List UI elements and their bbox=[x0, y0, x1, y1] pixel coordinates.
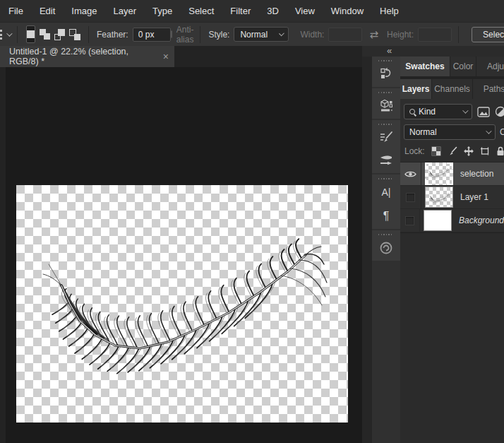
height-input[interactable] bbox=[418, 28, 452, 42]
canvas[interactable] bbox=[16, 185, 348, 423]
divider bbox=[17, 26, 18, 43]
dock-header: « bbox=[362, 46, 504, 57]
cc-libraries-button[interactable] bbox=[372, 230, 400, 261]
layer-thumbnail[interactable] bbox=[425, 163, 453, 185]
add-to-selection-button[interactable] bbox=[40, 25, 50, 43]
panels: Swatches Color Adjus Layers Channels Pat… bbox=[400, 57, 504, 443]
collapsed-panel-strip: A| ¶ bbox=[372, 57, 400, 443]
tab-paths[interactable]: Paths bbox=[473, 79, 504, 99]
swap-dimensions-icon[interactable]: ⇄ bbox=[369, 28, 378, 41]
add-selection-icon bbox=[40, 29, 50, 40]
visibility-toggle[interactable] bbox=[400, 163, 421, 185]
tab-swatches[interactable]: Swatches bbox=[400, 57, 450, 76]
lock-artboard-icon[interactable] bbox=[480, 146, 490, 156]
close-icon[interactable]: × bbox=[163, 52, 169, 61]
kind-value: Kind bbox=[419, 107, 436, 117]
width-label: Width: bbox=[300, 30, 324, 40]
layer-row-selection[interactable]: selection bbox=[400, 163, 504, 186]
tab-adjustments[interactable]: Adjus bbox=[476, 57, 504, 76]
width-input[interactable] bbox=[328, 28, 362, 42]
dock-gutter bbox=[362, 57, 372, 443]
visibility-toggle[interactable] bbox=[400, 209, 420, 232]
layer-name[interactable]: selection bbox=[460, 169, 493, 179]
style-select[interactable]: Normal bbox=[234, 27, 289, 42]
menu-filter[interactable]: Filter bbox=[229, 4, 252, 18]
paragraph-panel-icon: ¶ bbox=[378, 208, 394, 224]
document-window[interactable] bbox=[0, 67, 362, 443]
layer-filter-kind-select[interactable]: Kind bbox=[404, 104, 472, 119]
divider bbox=[88, 26, 89, 43]
feather-label: Feather: bbox=[97, 30, 128, 40]
grip-dots bbox=[378, 124, 394, 125]
brush-settings-icon bbox=[378, 130, 394, 146]
filter-adjustment-layers-icon[interactable] bbox=[495, 105, 504, 118]
history-panel-button[interactable] bbox=[372, 57, 400, 87]
style-label: Style: bbox=[208, 30, 229, 40]
grip-dots bbox=[378, 178, 394, 179]
3d-cube-icon bbox=[378, 98, 394, 114]
creative-cloud-icon bbox=[378, 240, 394, 256]
lock-label: Lock: bbox=[404, 146, 425, 156]
select-and-mask-button[interactable]: Select bbox=[472, 27, 504, 42]
feather-input[interactable] bbox=[133, 28, 171, 42]
collapse-panels-icon[interactable]: « bbox=[387, 45, 392, 56]
tool-preset-icon bbox=[0, 30, 2, 40]
chevron-down-icon bbox=[279, 30, 284, 36]
grip-dots bbox=[378, 60, 394, 61]
lock-all-icon[interactable] bbox=[496, 146, 504, 156]
menu-view[interactable]: View bbox=[294, 4, 316, 18]
subtract-from-selection-button[interactable] bbox=[54, 25, 65, 43]
search-icon bbox=[409, 109, 415, 114]
layer-row-layer1[interactable]: Layer 1 bbox=[400, 186, 504, 209]
layer-name[interactable]: Layer 1 bbox=[460, 192, 488, 202]
layer-row-background[interactable]: Background bbox=[400, 209, 504, 232]
menu-image[interactable]: Image bbox=[70, 4, 98, 18]
document-tab-title: Untitled-1 @ 22.2% (selection, RGB/8) * bbox=[9, 47, 157, 66]
divider bbox=[200, 26, 200, 43]
blend-mode-select[interactable]: Normal bbox=[404, 124, 496, 140]
height-label: Height: bbox=[387, 30, 414, 40]
window-edge bbox=[0, 67, 6, 443]
layer-thumbnail[interactable] bbox=[425, 187, 453, 208]
subtract-selection-icon bbox=[54, 29, 65, 40]
lock-transparency-icon[interactable] bbox=[431, 146, 441, 156]
intersect-selection-button[interactable] bbox=[69, 25, 80, 43]
menu-window[interactable]: Window bbox=[330, 4, 365, 18]
menu-3d[interactable]: 3D bbox=[265, 4, 280, 18]
tool-preset-picker[interactable] bbox=[0, 30, 11, 40]
lock-position-icon[interactable] bbox=[464, 146, 474, 156]
tab-channels[interactable]: Channels bbox=[432, 79, 472, 99]
menu-layer[interactable]: Layer bbox=[112, 4, 138, 18]
document-tab[interactable]: Untitled-1 @ 22.2% (selection, RGB/8) * … bbox=[0, 46, 174, 67]
menu-select[interactable]: Select bbox=[187, 4, 215, 18]
menu-edit[interactable]: Edit bbox=[38, 4, 56, 18]
menu-help[interactable]: Help bbox=[378, 4, 400, 18]
menu-type[interactable]: Type bbox=[151, 4, 174, 18]
layer-thumbnail[interactable] bbox=[424, 210, 452, 231]
new-selection-button[interactable] bbox=[26, 25, 35, 43]
options-bar: Feather: Anti-alias Style: Normal Width:… bbox=[0, 22, 504, 46]
eye-icon bbox=[404, 170, 416, 178]
tab-color[interactable]: Color bbox=[450, 57, 476, 76]
grip-dots bbox=[378, 234, 394, 235]
feather-artwork bbox=[16, 185, 348, 423]
anti-alias-checkbox[interactable] bbox=[171, 30, 172, 38]
layers-panel: Kind bbox=[400, 99, 504, 443]
style-value: Normal bbox=[240, 30, 268, 40]
lock-image-icon[interactable] bbox=[448, 146, 457, 156]
character-panel-button[interactable]: A| ¶ bbox=[372, 175, 400, 229]
tab-layers[interactable]: Layers bbox=[400, 79, 431, 99]
chevron-down-icon bbox=[6, 30, 12, 36]
filter-pixel-layers-icon[interactable] bbox=[477, 105, 490, 118]
blend-mode-value: Normal bbox=[409, 127, 437, 137]
layer-name[interactable]: Background bbox=[459, 215, 504, 225]
intersect-selection-icon bbox=[69, 29, 80, 40]
panel-tabs-swatches-group: Swatches Color Adjus bbox=[400, 57, 504, 76]
menu-file[interactable]: File bbox=[7, 4, 25, 18]
3d-panel-button[interactable] bbox=[372, 88, 400, 119]
brush-settings-panel-button[interactable] bbox=[372, 120, 400, 173]
brushes-icon bbox=[378, 153, 394, 168]
visibility-toggle[interactable] bbox=[400, 186, 421, 208]
panel-tabs-layers-group: Layers Channels Paths bbox=[400, 79, 504, 99]
layers-panel-empty-area bbox=[400, 232, 504, 443]
